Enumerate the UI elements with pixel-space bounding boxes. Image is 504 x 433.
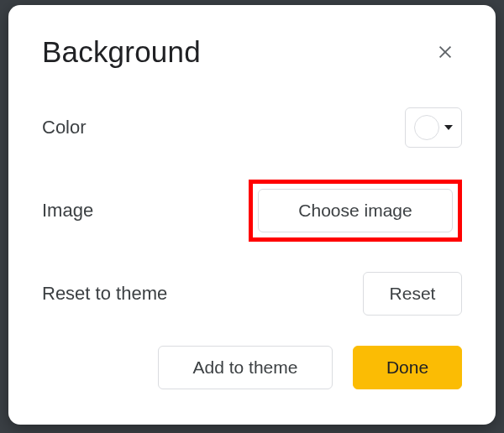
color-picker-button[interactable] [405,107,462,148]
background-dialog: Background Color Image Choose image Rese… [8,5,496,425]
reset-button[interactable]: Reset [363,272,462,316]
add-to-theme-button[interactable]: Add to theme [158,346,333,389]
choose-image-button[interactable]: Choose image [258,189,453,232]
label-reset: Reset to theme [42,283,167,305]
row-image: Image Choose image [42,180,462,242]
dialog-footer: Add to theme Done [42,346,462,389]
label-image: Image [42,200,93,222]
label-color: Color [42,117,87,138]
row-color: Color [42,106,462,149]
chevron-down-icon [444,125,453,130]
row-reset: Reset to theme Reset [42,272,462,316]
close-button[interactable] [428,35,462,69]
color-swatch [414,115,439,140]
done-button[interactable]: Done [353,346,462,389]
dialog-header: Background [42,35,462,69]
highlight-box: Choose image [249,180,462,242]
close-icon [436,43,454,61]
dialog-title: Background [42,35,201,69]
